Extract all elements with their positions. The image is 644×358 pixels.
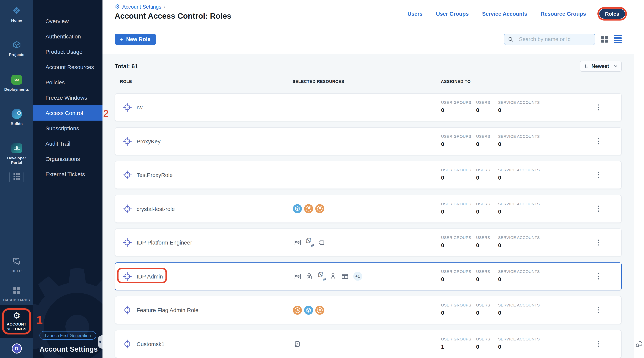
role-cell: TestProxyRole [122,161,172,189]
tab-users[interactable]: Users [408,11,422,17]
role-target-icon [122,339,132,349]
row-menu-button[interactable] [596,103,601,112]
sidebar-item-account-settings[interactable]: ACCOUNT SETTINGS [0,305,33,338]
role-row[interactable]: Feature Flag Admin Role USER GROUPS0 USE… [114,296,622,324]
menu-item-organizations[interactable]: Organizations [33,151,102,166]
users-count: 0 [476,107,498,113]
service-accounts-count: 0 [498,343,546,349]
role-row[interactable]: IDP Platform Engineer USER GROUPS0 USERS… [114,229,622,256]
tab-service-accounts[interactable]: Service Accounts [482,11,527,17]
app-window: Home Projects Deployments Builds Develop… [0,0,644,358]
certificate-icon [293,272,301,281]
row-menu-button[interactable] [596,204,601,213]
cube-blue-icon [293,204,302,213]
chevron-down-icon [614,65,618,67]
role-name: Feature Flag Admin Role [136,307,198,313]
tab-roles[interactable]: Roles [600,9,625,19]
role-name: IDP Admin [136,273,163,279]
avatar[interactable]: D [12,343,22,353]
menu-item-subscriptions[interactable]: Subscriptions [33,121,102,136]
sort-dropdown[interactable]: Newest [580,61,622,72]
menu-item-freeze-windows[interactable]: Freeze Windows [33,90,102,105]
search-box[interactable] [504,33,595,45]
tab-user-groups[interactable]: User Groups [436,11,469,17]
help-icon: ? [0,255,33,267]
role-cell: Feature Flag Admin Role [122,296,198,324]
role-name: Customsk1 [136,341,164,347]
dashboards-icon [0,284,33,296]
module-rail: Home Projects Deployments Builds Develop… [0,0,33,358]
tab-resource-groups[interactable]: Resource Groups [540,11,586,17]
menu-item-external-tickets[interactable]: External Tickets [33,166,102,182]
role-row[interactable]: IDP Admin +1 USER GROUPS0 USERS0 SERVICE… [114,262,622,290]
right-gutter [634,0,644,358]
projects-icon [0,39,33,51]
cube-blue-icon [304,305,313,314]
sidebar-item-help[interactable]: ? HELP [0,255,33,273]
role-row[interactable]: crystal-test-role USER GROUPS0 USERS0 SE… [114,195,622,223]
role-row[interactable]: ProxyKey USER GROUPS0 USERS0 SERVICE ACC… [114,127,622,155]
row-menu-button[interactable] [596,238,601,247]
role-row[interactable]: rw USER GROUPS0 USERS0 SERVICE ACCOUNTS0 [114,93,622,121]
grid-view-toggle[interactable] [601,36,608,43]
role-cell: IDP Platform Engineer [122,229,192,256]
gear-watermark-icon [33,250,102,358]
sidebar-item-projects[interactable]: Projects [0,39,33,57]
lock-icon [305,272,313,281]
service-accounts-count: 0 [498,242,546,248]
menu-item-overview[interactable]: Overview [33,14,102,29]
role-target-icon [122,136,132,146]
annotation-number-1: 1 [36,314,43,326]
service-accounts-count: 0 [498,276,546,282]
sidebar-item-developer-portal[interactable]: Developer Portal [0,142,33,165]
page-title: Account Access Control: Roles [114,12,231,21]
service-accounts-count: 0 [498,140,546,147]
module-picker-button[interactable] [0,172,33,183]
sidebar-item-builds[interactable]: Builds [0,108,33,126]
row-menu-button[interactable] [596,272,601,281]
sidebar-item-dashboards[interactable]: DASHBOARDS [0,284,33,302]
sidebar-item-deployments[interactable]: Deployments [0,74,33,91]
breadcrumb[interactable]: Account Settings › [114,4,165,10]
role-target-icon [122,271,132,281]
menu-item-policies[interactable]: Policies [33,75,102,90]
assigned-to: USER GROUPS0 USERS0 SERVICE ACCOUNTS0 [441,168,546,181]
menu-item-authentication[interactable]: Authentication [33,29,102,44]
user-groups-count: 0 [441,107,476,113]
search-icon [508,36,513,42]
menu-item-audit-trail[interactable]: Audit Trail [33,136,102,151]
gear-icon [13,311,20,320]
menu-item-product-usage[interactable]: Product Usage [33,44,102,59]
row-menu-button[interactable] [596,339,601,348]
person-icon [328,272,337,281]
flag-orange-icon [304,204,313,213]
sidebar-item-home[interactable]: Home [0,5,33,22]
breadcrumb-link[interactable]: Account Settings [122,4,161,10]
role-cell: rw [122,94,142,121]
deployments-icon [0,74,33,85]
role-cell: ProxyKey [122,127,160,155]
row-menu-button[interactable] [596,170,601,179]
role-row[interactable]: TestProxyRole USER GROUPS0 USERS0 SERVIC… [114,161,622,189]
role-row[interactable]: Customsk1 USER GROUPS1 USERS0 SERVICE AC… [114,330,622,358]
search-input[interactable] [518,36,591,43]
assigned-to: USER GROUPS0 USERS0 SERVICE ACCOUNTS0 [441,100,546,113]
list-view-toggle[interactable] [614,35,622,43]
support-chat-icon[interactable] [635,340,644,348]
users-count: 0 [476,208,498,215]
scroll-check-icon [293,339,301,348]
svg-text:?: ? [15,258,17,262]
user-groups-count: 1 [441,343,476,349]
gears-icon [305,238,313,247]
service-accounts-count: 0 [498,174,546,181]
menu-item-access-control[interactable]: Access Control [33,105,102,121]
plugin-icon [316,238,325,247]
column-selected-resources: SELECTED RESOURCES [292,79,344,83]
role-name: rw [136,104,142,110]
main-content: Account Settings › Account Access Contro… [102,0,634,358]
menu-item-account-resources[interactable]: Account Resources [33,59,102,75]
row-menu-button[interactable] [596,305,601,314]
row-menu-button[interactable] [596,136,601,146]
launch-first-generation-button[interactable]: Launch First Generation [40,331,96,340]
new-role-button[interactable]: + New Role [114,34,156,45]
